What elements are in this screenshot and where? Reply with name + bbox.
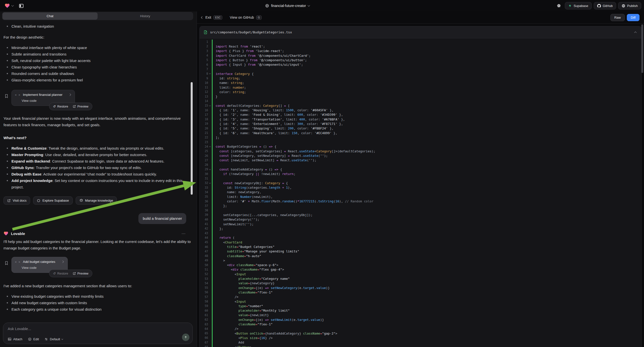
attach-button[interactable]: Attach <box>8 337 22 341</box>
bullet-dot-icon <box>7 296 8 297</box>
fold-toggle[interactable] <box>208 74 212 74</box>
raw-button[interactable]: Raw <box>610 14 625 21</box>
restore-button[interactable]: ↺ Restore <box>53 104 68 108</box>
code-line: 64 /> <box>200 326 641 331</box>
code-line: 6import { Input } from '@/components/ui/… <box>200 62 641 67</box>
fold-chevron-icon[interactable] <box>209 168 210 170</box>
file-header[interactable]: src/components/budget/BudgetCategories.t… <box>200 26 641 38</box>
bullet-text: Debug with Ease: Activate our experiment… <box>12 171 157 178</box>
collapse-file-button[interactable] <box>634 29 637 36</box>
code-text: color: string; <box>212 90 246 94</box>
bookmark-icon[interactable] <box>4 261 8 265</box>
message-paragraph: Your sleek financial planner is now read… <box>4 115 192 128</box>
code-scrollbar[interactable] <box>641 24 643 73</box>
fold-toggle[interactable] <box>208 146 212 147</box>
version-card-add-budget-categories[interactable]: < > Add budget categories View code ↺ Re… <box>12 257 68 273</box>
line-number: 2 <box>200 44 208 48</box>
line-number: 8 <box>200 72 208 76</box>
fold-toggle[interactable] <box>208 183 212 184</box>
bullet-dot-icon <box>7 154 8 155</box>
code-line: 26 const [newCategory, setNewCategory] =… <box>200 153 641 158</box>
bullet-dot-icon <box>7 160 8 162</box>
code-text: /> <box>212 327 238 330</box>
line-number: 23 <box>200 140 208 144</box>
file-diff-card: src/components/budget/BudgetCategories.t… <box>200 26 642 347</box>
sidebar-toggle-button[interactable] <box>19 3 24 8</box>
message-options-button[interactable]: ⋯ <box>182 231 186 236</box>
publish-button[interactable]: Publish <box>618 2 641 10</box>
list-item: Clean, intuitive navigation <box>4 23 192 30</box>
diff-button[interactable]: Diff <box>627 14 640 21</box>
version-card-implement-financial-planner[interactable]: < > Implement financial planner View cod… <box>12 90 75 106</box>
code-line: 20 { id: '5', name: 'Shopping', limit: 2… <box>200 126 641 131</box>
code-line: 29 const handleAddCategory = () => { <box>200 167 641 172</box>
edit-button[interactable]: Edit <box>28 337 39 341</box>
fold-toggle[interactable] <box>208 169 212 170</box>
list-item: Add new budget categories with custom li… <box>4 300 192 306</box>
bullet-text: Expand with Backend: Connect Supabase to… <box>12 158 164 164</box>
code-text: /> <box>212 295 238 299</box>
github-button[interactable]: GitHub <box>594 2 616 10</box>
chat-composer[interactable]: Ask Lovable... Attach Edit Default <box>3 322 193 344</box>
code-text: { id: '1', name: 'Housing', limit: 1500,… <box>212 108 334 112</box>
code-line: 11 limit: number; <box>200 85 641 90</box>
bullet-dot-icon <box>7 73 8 74</box>
g-key-badge: G <box>256 16 262 20</box>
line-number: 17 <box>200 113 208 116</box>
line-number: 56 <box>200 290 208 294</box>
preview-button[interactable]: Preview <box>73 272 88 275</box>
feature-bullet-list: View existing budget categories with the… <box>4 293 192 313</box>
chat-scrollbar[interactable] <box>191 82 193 195</box>
line-number: 59 <box>200 304 208 308</box>
code-text: <Input <box>212 272 246 276</box>
line-number: 68 <box>200 345 208 347</box>
explore-supabase-button[interactable]: Explore Supabase <box>33 196 72 204</box>
workspace-menu-chevron-icon[interactable] <box>12 4 14 7</box>
code-line: 67 Add <box>200 340 641 345</box>
fold-chevron-icon[interactable] <box>209 145 210 147</box>
manage-knowledge-button[interactable]: Manage knowledge <box>76 196 117 204</box>
external-link-icon <box>73 272 76 275</box>
view-on-github-button[interactable]: View on GitHub G <box>230 16 262 20</box>
code-text: const defaultCategories: Category[] = [ <box>212 104 290 108</box>
code-line: 63 className="flex-1" <box>200 322 641 326</box>
external-link-icon <box>7 199 11 202</box>
preview-button[interactable]: Preview <box>73 105 88 108</box>
lovable-logo-icon[interactable] <box>4 3 10 8</box>
fold-chevron-icon[interactable] <box>209 73 210 74</box>
project-selector[interactable]: financial-future-creator <box>265 0 310 12</box>
bullet-text: Refine & Customize: Tweak the design, an… <box>12 145 164 152</box>
line-number: 18 <box>200 118 208 121</box>
restore-button[interactable]: ↺ Restore <box>53 272 68 275</box>
fold-chevron-icon[interactable] <box>209 104 210 106</box>
list-item: Soft, neutral color palette with light b… <box>4 58 192 64</box>
code-text: import ChartCard from '@/components/ui/C… <box>212 54 311 58</box>
chat-input[interactable]: Ask Lovable... <box>8 326 188 331</box>
fold-chevron-icon[interactable] <box>209 182 210 184</box>
code-text: import { Plus } from 'lucide-react'; <box>212 49 284 53</box>
view-code-link[interactable]: View code <box>22 99 71 102</box>
list-item: Each category gets a unique color for vi… <box>4 306 192 313</box>
settings-button[interactable] <box>555 2 563 10</box>
send-button[interactable] <box>182 334 190 341</box>
code-text: return ( <box>212 236 234 240</box>
tab-chat[interactable]: Chat <box>2 12 98 20</box>
view-code-link[interactable]: View code <box>22 266 64 270</box>
code-panel-header: Exit ESC View on GitHub G Raw Diff <box>197 12 644 24</box>
code-text: limit: number; <box>212 86 246 89</box>
visit-docs-button[interactable]: Visit docs <box>4 196 30 204</box>
mode-selector[interactable]: Default <box>44 337 63 341</box>
bookmark-icon[interactable] <box>4 94 8 98</box>
line-number: 39 <box>200 213 208 216</box>
supabase-button[interactable]: Supabase <box>565 2 592 10</box>
line-number: 34 <box>200 190 208 194</box>
user-message-bubble: build a financial planner <box>138 213 186 224</box>
exit-button[interactable]: Exit ESC <box>202 16 222 20</box>
list-item: Subtle animations and transitions <box>4 51 192 58</box>
sidebar-icon <box>19 3 24 8</box>
tab-history[interactable]: History <box>98 12 193 20</box>
code-text: className="flex-1" <box>212 290 272 294</box>
fold-toggle[interactable] <box>208 106 212 106</box>
code-text: { id: '6', name: 'Healthcare', limit: 15… <box>212 131 337 135</box>
code-line: 66 <Plus size={16} /> <box>200 336 641 340</box>
